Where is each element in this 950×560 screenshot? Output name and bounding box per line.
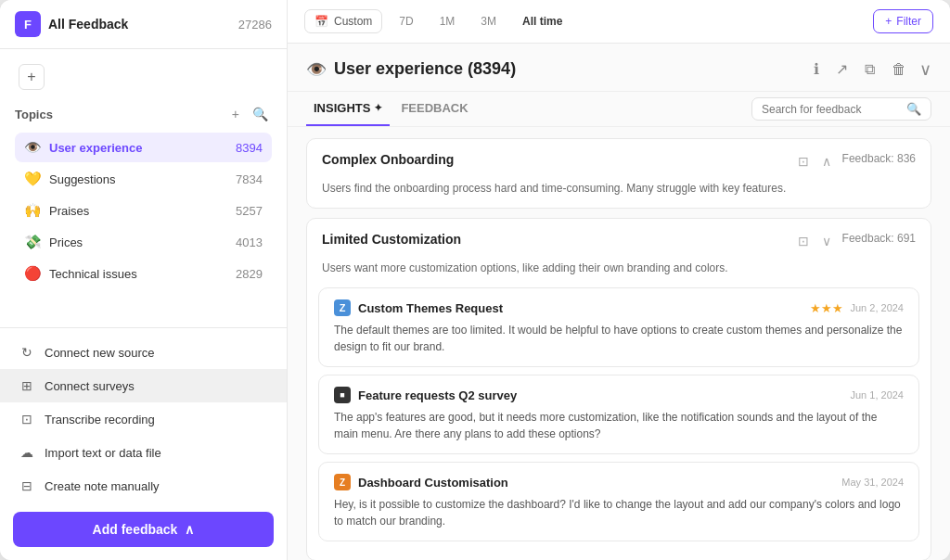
spark-icon: ✦ [374, 102, 382, 114]
sidebar-header: F All Feedback 27286 [0, 0, 287, 49]
topic-name: User experience [49, 141, 236, 155]
feedback-title: Dashboard Customisation [358, 476, 834, 490]
feedback-date: Jun 1, 2024 [851, 389, 905, 401]
search-input[interactable] [762, 103, 901, 116]
collapse-insight-button[interactable]: ∧ [818, 152, 835, 171]
add-topic-button[interactable]: + [228, 105, 243, 123]
topic-count: 5257 [236, 204, 263, 218]
sidebar-item-user-experience[interactable]: 👁️ User experience 8394 [15, 133, 272, 162]
search-bar: 🔍 [751, 97, 931, 121]
tab-1m[interactable]: 1M [430, 10, 465, 32]
calendar-icon: 📅 [315, 15, 328, 28]
tab-7d[interactable]: 7D [390, 10, 422, 32]
sidebar-title: All Feedback [48, 17, 231, 32]
tab-feedback[interactable]: FEEDBACK [393, 92, 475, 126]
app-logo: F [15, 11, 41, 37]
feedback-title: Feature requests Q2 survey [358, 388, 843, 402]
search-topics-button[interactable]: 🔍 [249, 105, 272, 123]
insights-list: Complex Onboarding ⊡ ∧ Feedback: 836 Use… [288, 127, 950, 560]
search-icon: 🔍 [906, 102, 921, 116]
topic-count: 8394 [236, 141, 263, 155]
topic-emoji: 🔴 [24, 265, 42, 282]
topics-header: Topics + 🔍 [15, 105, 272, 123]
topic-emoji: 💛 [24, 171, 42, 187]
import-data-label: Import text or data file [45, 446, 161, 460]
insight-actions: ⊡ ∧ [794, 152, 835, 171]
content-area: 👁️ User experience (8394) ℹ ↗ ⧉ 🗑 ∨ INSI… [288, 44, 950, 560]
transcribe-recording-item[interactable]: ⊡ Transcribe recording [0, 402, 287, 436]
topic-title-actions: ℹ ↗ ⧉ 🗑 ∨ [810, 57, 931, 82]
import-icon: ☁ [19, 444, 35, 461]
insight-actions: ⊡ ∨ [794, 232, 835, 250]
feedback-header: Z Custom Themes Request ★★★ Jun 2, 2024 [334, 299, 904, 316]
copy-insight-button[interactable]: ⊡ [794, 232, 813, 250]
insight-desc: Users want more customization options, l… [307, 260, 931, 287]
add-feedback-button[interactable]: Add feedback ∧ [13, 512, 274, 547]
expand-button[interactable]: ∨ [919, 59, 931, 80]
expand-insight-button[interactable]: ∨ [818, 232, 835, 250]
sidebar-item-suggestions[interactable]: 💛 Suggestions 7834 [15, 164, 272, 194]
feedback-stars: ★★★ [810, 301, 843, 315]
feedback-item-custom-themes: Z Custom Themes Request ★★★ Jun 2, 2024 … [318, 287, 919, 367]
sidebar-item-praises[interactable]: 🙌 Praises 5257 [15, 196, 272, 225]
topic-title-bar: 👁️ User experience (8394) ℹ ↗ ⧉ 🗑 ∨ [288, 44, 950, 92]
sidebar-count: 27286 [238, 18, 272, 32]
feedback-title: Custom Themes Request [358, 301, 802, 315]
filter-button[interactable]: + Filter [873, 9, 933, 33]
insight-desc: Users find the onboarding process hard a… [307, 180, 931, 208]
custom-label: Custom [334, 15, 372, 28]
sidebar-item-technical-issues[interactable]: 🔴 Technical issues 2829 [15, 259, 272, 288]
insight-card-complex-onboarding: Complex Onboarding ⊡ ∧ Feedback: 836 Use… [306, 138, 931, 209]
topics-actions: + 🔍 [228, 105, 272, 123]
connect-surveys-label: Connect surveys [45, 379, 135, 393]
connect-surveys-icon: ⊞ [19, 377, 35, 394]
connect-new-source-label: Connect new source [45, 346, 155, 360]
tab-3m[interactable]: 3M [471, 10, 506, 32]
insight-header: Complex Onboarding ⊡ ∧ Feedback: 836 [307, 139, 931, 180]
topic-detail-icon: 👁️ [306, 59, 327, 80]
feedback-count: Feedback: 691 [842, 232, 916, 245]
source-icon-dark: ■ [334, 387, 351, 403]
chevron-up-icon: ∧ [185, 522, 194, 537]
insight-title: Limited Customization [322, 232, 787, 247]
transcribe-recording-label: Transcribe recording [45, 413, 155, 426]
create-note-item[interactable]: ⊟ Create note manually [0, 469, 287, 503]
connect-new-source-item[interactable]: ↻ Connect new source [0, 336, 287, 369]
topic-name: Technical issues [49, 267, 236, 281]
top-bar: 📅 Custom 7D 1M 3M All time + Filter [288, 0, 950, 44]
connect-surveys-item[interactable]: ⊞ Connect surveys [0, 369, 287, 402]
topic-count: 2829 [236, 267, 263, 281]
source-icon-orange: Z [334, 474, 351, 490]
create-note-icon: ⊟ [19, 477, 35, 494]
feedback-date: May 31, 2024 [841, 477, 904, 488]
insights-tab-label: INSIGHTS [314, 101, 370, 115]
main-content: 📅 Custom 7D 1M 3M All time + Filter 👁️ U… [288, 0, 950, 560]
sidebar-item-prices[interactable]: 💸 Prices 4013 [15, 227, 272, 257]
copy-insight-button[interactable]: ⊡ [794, 152, 813, 171]
topic-name: Prices [49, 235, 236, 249]
topic-emoji: 💸 [24, 234, 42, 250]
topic-name: Suggestions [49, 172, 236, 186]
custom-date-button[interactable]: 📅 Custom [304, 9, 382, 33]
sidebar: F All Feedback 27286 + Topics + 🔍 👁️ Use… [0, 0, 288, 560]
tab-insights[interactable]: INSIGHTS ✦ [306, 92, 390, 126]
source-icon-blue: Z [334, 299, 351, 316]
topic-name: Praises [49, 204, 236, 218]
feedback-header: ■ Feature requests Q2 survey Jun 1, 2024 [334, 387, 904, 403]
topics-section: Topics + 🔍 👁️ User experience 8394 💛 Sug… [0, 90, 287, 327]
feedback-tab-label: FEEDBACK [401, 101, 468, 115]
info-button[interactable]: ℹ [810, 57, 823, 82]
delete-button[interactable]: 🗑 [888, 57, 910, 82]
topic-emoji: 👁️ [24, 139, 42, 156]
feedback-body: The default themes are too limited. It w… [334, 322, 904, 355]
tab-all-time[interactable]: All time [513, 10, 571, 32]
feedback-header: Z Dashboard Customisation May 31, 2024 [334, 474, 904, 490]
copy-button[interactable]: ⧉ [861, 57, 879, 82]
feedback-date: Jun 2, 2024 [851, 302, 905, 313]
feedback-item-feature-requests: ■ Feature requests Q2 survey Jun 1, 2024… [318, 375, 919, 454]
import-data-item[interactable]: ☁ Import text or data file [0, 436, 287, 469]
add-button[interactable]: + [19, 64, 45, 90]
plus-icon: + [885, 15, 892, 28]
topic-detail-title: User experience (8394) [334, 59, 810, 79]
share-button[interactable]: ↗ [832, 57, 852, 82]
